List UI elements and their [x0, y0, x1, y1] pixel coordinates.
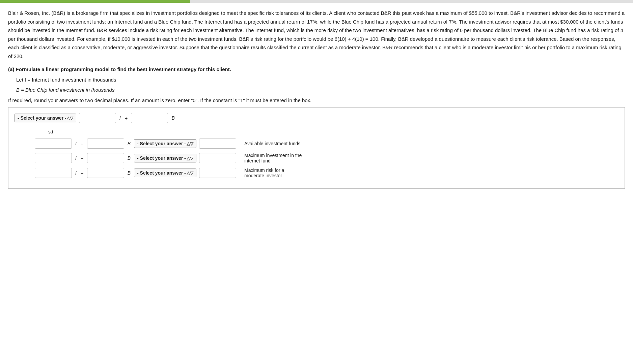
- obj-i-label: I: [119, 115, 121, 121]
- c3-b-label: B: [128, 170, 131, 176]
- objective-select-label: - Select your answer -: [18, 115, 66, 121]
- instructions-text: If required, round your answers to two d…: [8, 97, 625, 103]
- c2-description-line2: internet fund: [244, 158, 302, 163]
- c2-coeff-i[interactable]: [35, 153, 72, 163]
- obj-plus: +: [125, 115, 128, 121]
- c2-relation-select[interactable]: - Select your answer - △▽: [134, 154, 196, 162]
- c2-description-line1: Maximum investment in the: [244, 153, 302, 158]
- c2-relation-label: - Select your answer -: [137, 155, 186, 161]
- c3-description-line2: moderate investor: [244, 173, 284, 178]
- objective-coeff-i[interactable]: [79, 113, 116, 123]
- progress-bar: [0, 0, 190, 3]
- objective-select[interactable]: - Select your answer - △▽: [15, 114, 76, 122]
- c1-description: Available investment funds: [244, 141, 300, 146]
- part-a-label: (a) Formulate a linear programming model…: [8, 66, 625, 72]
- c1-relation-select[interactable]: - Select your answer - △▽: [134, 139, 196, 148]
- c2-relation-arrow: △▽: [187, 156, 193, 161]
- c3-relation-label: - Select your answer -: [137, 170, 186, 176]
- c1-rhs[interactable]: [199, 139, 236, 149]
- c1-relation-label: - Select your answer -: [137, 141, 186, 146]
- objective-coeff-b[interactable]: [131, 113, 168, 123]
- c2-rhs[interactable]: [199, 153, 236, 163]
- c3-coeff-i[interactable]: [35, 168, 72, 178]
- c3-i-label: I: [75, 170, 77, 176]
- c1-b-label: B: [128, 141, 131, 146]
- formulation-box: - Select your answer - △▽ I + B s.t. I +…: [8, 107, 625, 189]
- objective-select-arrow: △▽: [66, 116, 73, 121]
- objective-row: - Select your answer - △▽ I + B: [15, 113, 618, 123]
- constraint-row-3: I + B - Select your answer - △▽ Maximum …: [35, 168, 618, 178]
- c2-coeff-b[interactable]: [87, 153, 124, 163]
- c1-coeff-i[interactable]: [35, 139, 72, 149]
- c3-plus: +: [81, 170, 84, 176]
- st-label: s.t.: [48, 129, 618, 134]
- c3-rhs[interactable]: [199, 168, 236, 178]
- c1-relation-arrow: △▽: [187, 141, 193, 146]
- progress-bar-container: [0, 0, 633, 3]
- c2-plus: +: [81, 155, 84, 161]
- c1-i-label: I: [75, 141, 77, 146]
- c1-coeff-b[interactable]: [87, 139, 124, 149]
- c3-description: Maximum risk for a moderate investor: [244, 168, 284, 178]
- c3-description-line1: Maximum risk for a: [244, 168, 284, 173]
- c3-relation-select[interactable]: - Select your answer - △▽: [134, 169, 196, 177]
- c3-coeff-b[interactable]: [87, 168, 124, 178]
- c1-plus: +: [81, 141, 84, 147]
- constraint-row-2: I + B - Select your answer - △▽ Maximum …: [35, 153, 618, 163]
- main-content: Blair & Rosen, Inc. (B&R) is a brokerage…: [0, 3, 633, 197]
- c2-description: Maximum investment in the internet fund: [244, 153, 302, 163]
- variable-def-b: B = Blue Chip fund investment in thousan…: [16, 86, 625, 94]
- variable-def-i: Let I = Internet fund investment in thou…: [16, 75, 625, 84]
- obj-b-label: B: [171, 115, 174, 121]
- constraint-row-1: I + B - Select your answer - △▽ Availabl…: [35, 139, 618, 149]
- problem-text: Blair & Rosen, Inc. (B&R) is a brokerage…: [8, 9, 625, 60]
- c2-b-label: B: [128, 155, 131, 161]
- c3-relation-arrow: △▽: [187, 171, 193, 176]
- c2-i-label: I: [75, 155, 77, 161]
